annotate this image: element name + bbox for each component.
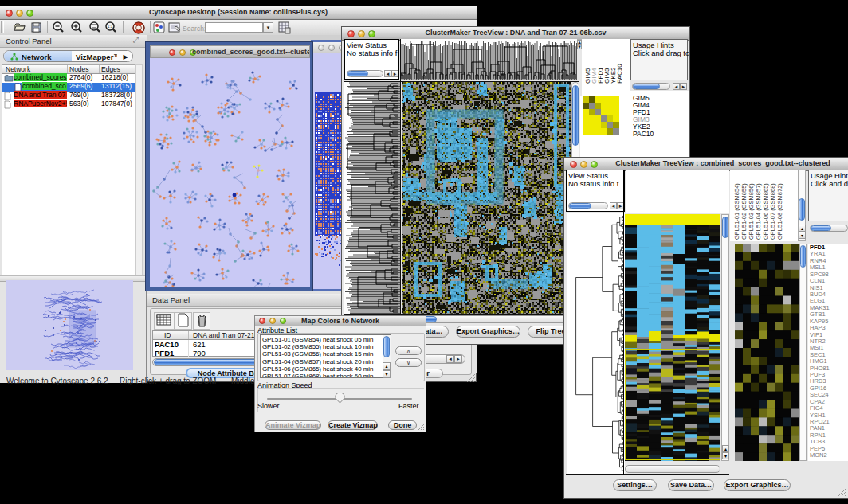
svg-text:1:1: 1:1 [108,24,113,29]
